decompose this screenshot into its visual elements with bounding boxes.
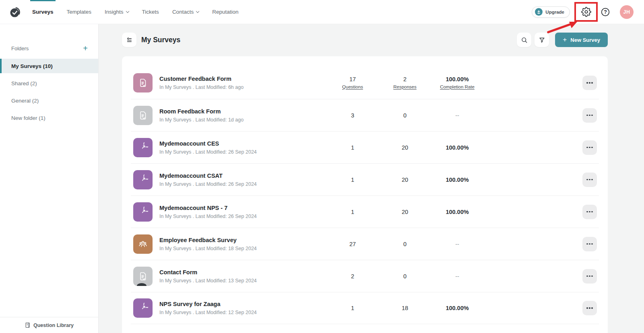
page-header: My Surveys + New Survey xyxy=(122,33,608,47)
survey-row[interactable]: Customer Feedback Form In My Surveys . L… xyxy=(131,67,599,99)
survey-info: NPS Survey for Zaaga In My Surveys . Las… xyxy=(159,301,326,315)
search-button[interactable] xyxy=(517,33,531,47)
nav-tab-templates[interactable]: Templates xyxy=(67,0,92,24)
survey-type-icon-document xyxy=(133,106,153,125)
sidebar-item-my-surveys[interactable]: My Surveys (10) xyxy=(0,59,98,73)
questions-count: 1 xyxy=(326,209,379,215)
sidebar-item-general[interactable]: General (2) xyxy=(0,93,98,108)
question-library-button[interactable]: ? Question Library xyxy=(0,317,98,333)
survey-title[interactable]: Mydemoaccount CSAT xyxy=(159,173,326,179)
add-folder-icon[interactable]: + xyxy=(83,44,88,52)
user-avatar[interactable]: JH xyxy=(620,5,634,19)
questions-count: 3 xyxy=(326,112,379,119)
questions-count: 1 xyxy=(326,144,379,151)
responses-count: 0 xyxy=(379,112,431,119)
book-question-icon: ? xyxy=(25,322,31,328)
survey-title[interactable]: Mydemoaccount CES xyxy=(159,140,326,147)
nav-tab-tickets[interactable]: Tickets xyxy=(142,0,159,24)
nav-label: Surveys xyxy=(32,9,54,15)
help-button[interactable]: ? xyxy=(597,4,613,20)
brand-logo-icon xyxy=(8,6,21,18)
survey-row[interactable]: NPS Survey for Zaaga In My Surveys . Las… xyxy=(131,292,599,324)
survey-subtitle: In My Surveys . Last Modified: 13 Sep 20… xyxy=(159,278,326,284)
sidebar-item-new-folder[interactable]: New folder (1) xyxy=(0,111,98,125)
survey-info: Employee Feedback Survey In My Surveys .… xyxy=(159,237,326,251)
avatar-initials: JH xyxy=(623,9,630,15)
upgrade-button[interactable]: Upgrade xyxy=(532,6,570,18)
settings-button[interactable] xyxy=(578,4,594,20)
chevron-down-icon xyxy=(126,10,129,13)
completion-label[interactable]: Completion Rate xyxy=(440,84,475,89)
questions-count: 27 xyxy=(326,241,379,247)
survey-row[interactable]: Mydemoaccount NPS - 7 In My Surveys . La… xyxy=(131,195,599,228)
document-icon xyxy=(138,110,148,121)
survey-info: Mydemoaccount CSAT In My Surveys . Last … xyxy=(159,173,326,187)
survey-title[interactable]: NPS Survey for Zaaga xyxy=(159,301,326,307)
stat-completion: 100.00% Completion Rate xyxy=(431,76,483,90)
new-survey-button[interactable]: + New Survey xyxy=(555,33,608,47)
chevron-down-icon xyxy=(196,10,199,13)
survey-subtitle: In My Surveys . Last Modified: 26 Sep 20… xyxy=(159,181,326,187)
row-more-actions-button[interactable] xyxy=(582,205,597,219)
row-more-actions-button[interactable] xyxy=(582,269,597,284)
survey-title[interactable]: Customer Feedback Form xyxy=(159,76,326,82)
page-title: My Surveys xyxy=(141,36,180,44)
ellipsis-icon xyxy=(586,147,588,148)
rocket-icon xyxy=(535,8,543,16)
surveys-list-card: Customer Feedback Form In My Surveys . L… xyxy=(122,56,608,333)
questions-count: 1 xyxy=(326,177,379,183)
row-more-actions-button[interactable] xyxy=(582,237,597,251)
ellipsis-icon xyxy=(586,307,588,309)
row-more-actions-button[interactable] xyxy=(582,108,597,123)
survey-row[interactable]: Mydemoaccount CSAT In My Surveys . Last … xyxy=(131,163,599,195)
folders-header: Folders + xyxy=(0,24,98,59)
survey-row[interactable]: Mydemoaccount CES In My Surveys . Last M… xyxy=(131,131,599,163)
svg-text:?: ? xyxy=(604,9,607,15)
survey-row[interactable]: Employee Feedback Survey In My Surveys .… xyxy=(131,228,599,260)
nav-tab-contacts[interactable]: Contacts xyxy=(172,0,199,24)
nav-tab-insights[interactable]: Insights xyxy=(105,0,129,24)
sidebar-item-shared[interactable]: Shared (2) xyxy=(0,76,98,90)
ellipsis-icon xyxy=(586,275,588,277)
sidebar-item-label: My Surveys (10) xyxy=(11,63,53,69)
sidebar-item-label: General (2) xyxy=(11,98,39,104)
row-more-actions-button[interactable] xyxy=(582,173,597,187)
nav-label: Tickets xyxy=(142,9,159,15)
completion-rate: 100.00% xyxy=(431,76,483,82)
questions-label[interactable]: Questions xyxy=(342,84,363,89)
collapse-panel-icon xyxy=(126,36,133,43)
survey-title[interactable]: Contact Form xyxy=(159,269,326,275)
nav-tab-reputation[interactable]: Reputation xyxy=(212,0,238,24)
collapse-sidebar-button[interactable] xyxy=(122,33,136,47)
survey-info: Mydemoaccount CES In My Surveys . Last M… xyxy=(159,140,326,155)
nav-label: Insights xyxy=(105,9,124,15)
app-logo[interactable] xyxy=(8,6,21,18)
survey-type-icon-gauge xyxy=(133,298,153,318)
filter-button[interactable] xyxy=(535,33,549,47)
completion-rate: 100.00% xyxy=(431,177,483,183)
gear-icon xyxy=(581,7,591,17)
survey-title[interactable]: Mydemoaccount NPS - 7 xyxy=(159,205,326,211)
completion-rate: 100.00% xyxy=(431,305,483,311)
row-more-actions-button[interactable] xyxy=(582,140,597,155)
gauge-icon xyxy=(138,207,148,217)
top-navigation-bar: Surveys Templates Insights Tickets Conta… xyxy=(0,0,644,24)
gauge-icon xyxy=(138,175,148,185)
survey-title[interactable]: Employee Feedback Survey xyxy=(159,237,326,243)
search-icon xyxy=(521,37,528,43)
responses-label[interactable]: Responses xyxy=(393,84,417,89)
row-more-actions-button[interactable] xyxy=(582,76,597,90)
survey-subtitle: In My Surveys . Last Modified: 18 Sep 20… xyxy=(159,246,326,251)
survey-row[interactable]: Contact Form In My Surveys . Last Modifi… xyxy=(131,260,599,292)
document-icon xyxy=(138,271,148,282)
completion-rate: -- xyxy=(431,273,483,280)
survey-subtitle: In My Surveys . Last Modified: 12 Sep 20… xyxy=(159,310,326,315)
survey-subtitle: In My Surveys . Last Modified: 26 Sep 20… xyxy=(159,214,326,219)
row-more-actions-button[interactable] xyxy=(582,301,597,315)
survey-title[interactable]: Room Feedback Form xyxy=(159,108,326,115)
overlap-shape xyxy=(137,283,147,286)
survey-row[interactable]: Room Feedback Form In My Surveys . Last … xyxy=(131,99,599,131)
nav-tab-surveys[interactable]: Surveys xyxy=(32,0,54,24)
ellipsis-icon xyxy=(586,115,588,116)
ellipsis-icon xyxy=(586,243,588,245)
